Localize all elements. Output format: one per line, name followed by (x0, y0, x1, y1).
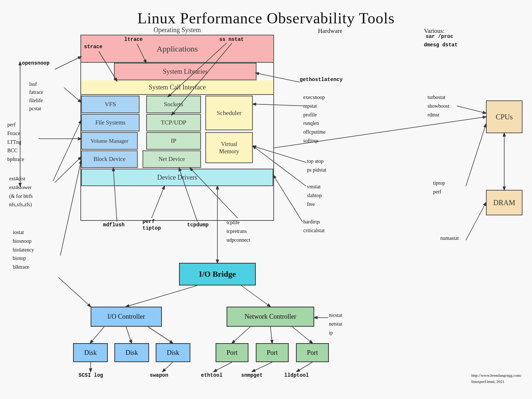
box-filesystems: File Systems (81, 114, 140, 131)
label-runqlen: runqlen (303, 119, 326, 128)
label-lldptool: lldptool (284, 372, 309, 378)
box-virtual-memory: VirtualMemory (205, 132, 253, 163)
label-opensnoop: opensnoop (22, 60, 50, 66)
svg-line-9 (55, 157, 81, 183)
label-tcpretrans: tcpretrans (227, 227, 250, 236)
svg-line-20 (273, 175, 303, 222)
label-hardirqs: hardirqs (303, 218, 324, 226)
label-scsi-log: SCSI log (79, 372, 103, 378)
label-bpftrace: bpftrace (7, 155, 24, 164)
label-vmstat: vmstat (307, 183, 322, 191)
box-tcpudp: TCP/UDP (146, 114, 201, 131)
box-net-device: Net Device (142, 150, 201, 168)
layer-device-drivers: Device Drivers (81, 169, 273, 186)
layer-syscall: System Call Interface (81, 80, 273, 95)
label-top-atop: top atop (307, 157, 326, 166)
svg-line-40 (58, 277, 91, 307)
label-ext4dist: ext4dist (9, 174, 33, 183)
svg-line-32 (270, 327, 272, 343)
label-softirqs: softirqs (303, 137, 326, 145)
label-tcplife: tcplife (227, 218, 250, 227)
box-network-controller: Network Controller (227, 307, 314, 327)
label-tiptop: tiptop (433, 179, 445, 188)
label-sar-proc: sar /proc (426, 34, 453, 39)
label-netstat: netstat (329, 320, 342, 329)
label-nfs-note: nfs,xfs,zfs) (9, 200, 33, 209)
label-perf-group: perf Ftrace LTTng BCC bpftrace (7, 120, 24, 164)
box-port-3: Port (296, 343, 329, 362)
label-free: free (307, 200, 322, 209)
box-volume-manager: Volume Manager (81, 132, 138, 150)
label-tcpdump: tcpdump (187, 222, 209, 228)
label-swapon: swapon (150, 372, 168, 378)
label-mpstat: mpstat (303, 102, 326, 111)
label-mdflush: mdflush (103, 222, 125, 228)
label-ext4slower: ext4slower (9, 183, 33, 192)
box-scheduler: Scheduler (205, 96, 253, 130)
svg-line-36 (214, 362, 232, 372)
box-dram: DRAM (486, 190, 522, 215)
label-biosnoop: biosnoop (13, 237, 34, 246)
layer-applications: Applications (81, 35, 273, 63)
svg-line-11 (60, 161, 81, 256)
label-perf2: perf (433, 188, 445, 196)
svg-line-37 (252, 362, 272, 372)
footer: http://www.brendangregg.com/ linuxperf.h… (471, 372, 521, 384)
label-turbostat: turbostat (428, 93, 449, 102)
box-cpus: CPUs (486, 100, 522, 133)
label-filelife: filelife (29, 97, 43, 105)
label-tcp-group: tcplife tcpretrans udpconnect (227, 218, 250, 244)
label-nicstat: nicstat (329, 311, 342, 320)
label-ps-pidstat: ps pidstat (307, 166, 326, 174)
box-vfs: VFS (81, 96, 140, 113)
svg-line-30 (148, 327, 173, 343)
label-io-group: iostat biosnoop biolatency biotop blktra… (13, 228, 34, 272)
label-ip-tool: ip (329, 329, 342, 337)
label-ext4-group: ext4dist ext4slower (& for btrfs nfs,xfs… (9, 174, 33, 209)
label-execsnoop: execsnoop (303, 93, 326, 102)
label-top-group: top atop ps pidstat (307, 157, 326, 174)
label-perf-tiptop-mid: perf tiptop (142, 218, 161, 231)
label-criticalstat: criticalstat (303, 226, 324, 235)
box-ip: IP (146, 132, 201, 150)
label-offcputime: offcputime (303, 128, 326, 137)
svg-line-26 (126, 285, 197, 307)
label-hardirqs-group: hardirqs criticalstat (303, 218, 324, 235)
label-perf: perf (7, 120, 24, 129)
box-block-device: Block Device (81, 150, 138, 168)
label-gethostlatency: gethostlatency (300, 77, 343, 83)
label-lsof-group: lsof fatrace filelife pcstat (29, 80, 43, 113)
label-ss-nstat: ss nstat (219, 37, 244, 42)
label-blktrace: blktrace (13, 263, 34, 272)
box-port-2: Port (256, 343, 289, 362)
layer-syslibs: System Libraries (114, 63, 256, 80)
box-io-bridge: I/O Bridge (179, 263, 256, 285)
svg-line-27 (241, 285, 270, 307)
label-ethtool: ethtool (201, 372, 223, 378)
label-tiptop-group: tiptop perf (433, 179, 445, 196)
box-io-controller: I/O Controller (91, 307, 162, 327)
label-perf-mid: perf (142, 218, 161, 225)
svg-line-16 (466, 124, 486, 186)
label-pcstat: pcstat (29, 105, 43, 113)
svg-line-10 (53, 120, 81, 181)
label-profile: profile (303, 111, 326, 119)
label-turbo-group: turbostat showboost rdmsr (428, 93, 449, 119)
svg-line-8 (64, 88, 81, 102)
label-bcc: BCC (7, 146, 24, 155)
box-disk-3: Disk (156, 343, 190, 362)
os-label: Operating System (80, 26, 274, 34)
svg-line-28 (90, 327, 104, 343)
svg-line-0 (55, 57, 81, 69)
label-rdmsr: rdmsr (428, 111, 449, 119)
svg-line-17 (466, 203, 486, 240)
label-udpconnect: udpconnect (227, 236, 250, 245)
label-strace: strace (84, 44, 102, 50)
label-iostat: iostat (13, 228, 34, 237)
label-biolatency: biolatency (13, 246, 34, 254)
svg-line-31 (232, 327, 250, 343)
label-snmpget: snmpget (241, 372, 263, 378)
svg-line-29 (126, 327, 132, 343)
box-disk-2: Disk (114, 343, 149, 362)
box-port-1: Port (216, 343, 248, 362)
